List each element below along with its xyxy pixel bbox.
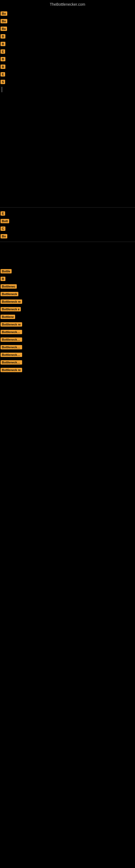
site-title: TheBottlenecker.com [0,0,135,8]
rows-section-1: Bo Bo Ba B B E B B E S [0,10,135,93]
badge-6: E [1,50,5,54]
badge-s3-7: Bottlene [1,315,15,319]
rows-section-2: E Bott C Bo [0,210,135,240]
badge-s3-2: B [1,277,5,281]
badge-7: B [1,57,5,61]
badge-s3-5: Bottleneck re [1,300,22,304]
list-item-line [0,86,135,93]
vertical-divider [2,87,2,92]
badge-2: Bo [1,19,7,23]
section-divider-2 [0,242,135,242]
list-item: B [0,40,135,48]
empty-area-1 [0,244,135,265]
badge-3: Ba [1,27,7,31]
list-item: Bottleneck e [0,305,135,313]
section-divider-1 [0,207,135,208]
list-item: Bottleneck resu [0,359,135,366]
badge-s3-13: Bottleneck resu [1,360,22,365]
list-item: Bottlene [0,313,135,321]
badge-s3-3: Bottlenec [1,284,17,289]
list-item: S [0,78,135,86]
badge-s3-6: Bottleneck e [1,307,21,311]
badge-s3-9: Bottleneck resu [1,330,22,334]
list-item: Bottlenec [0,283,135,290]
list-item: E [0,210,135,217]
list-item: Ba [0,25,135,33]
badge-s2-4: Bo [1,234,7,239]
badge-1: Bo [1,11,7,16]
badge-s3-10: Bottleneck resu [1,337,22,342]
badge-s3-14: Bottleneck re [1,368,22,372]
list-item: Bottleneck resu [0,343,135,351]
badge-9: E [1,72,5,76]
badge-s2-1: E [1,211,5,216]
list-item: C [0,225,135,232]
list-item: B [0,55,135,63]
list-item: B [0,33,135,40]
badge-s3-1: Bottle [1,269,12,273]
list-item: Bottleneck resu [0,351,135,359]
badge-s3-4: Bottleneck [1,292,18,296]
rows-section-3: Bottle B Bottlenec Bottleneck Bottleneck… [0,268,135,374]
list-item: Bott [0,217,135,225]
list-item: Bottleneck re [0,298,135,305]
chart-area [0,96,135,205]
list-item: B [0,63,135,70]
list-item: Bo [0,18,135,25]
badge-s3-11: Bottleneck resu [1,345,22,349]
badge-8: B [1,65,5,69]
list-item: Bottleneck re [0,366,135,374]
list-item: B [0,275,135,283]
list-item: Bottleneck re [0,321,135,328]
list-item: E [0,48,135,55]
badge-s3-12: Bottleneck resu [1,352,22,357]
list-item: Bo [0,10,135,18]
badge-s2-2: Bott [1,219,9,223]
badge-s3-8: Bottleneck re [1,322,22,327]
badge-4: B [1,34,5,38]
badge-s2-3: C [1,226,5,231]
list-item: Bottleneck resu [0,336,135,343]
list-item: Bottleneck [0,290,135,298]
badge-5: B [1,42,5,46]
list-item: E [0,70,135,78]
list-item: Bo [0,232,135,240]
badge-10: S [1,80,5,84]
list-item: Bottle [0,268,135,275]
list-item: Bottleneck resu [0,328,135,336]
